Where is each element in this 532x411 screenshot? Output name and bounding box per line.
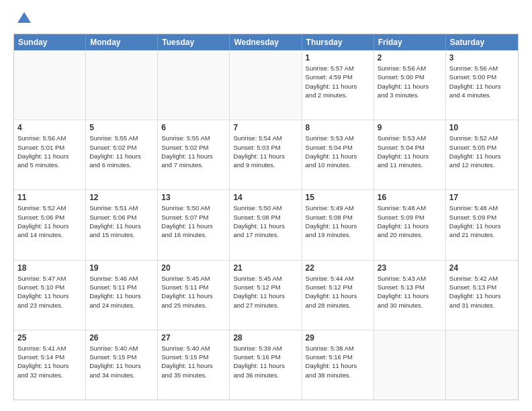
logo xyxy=(13,11,32,27)
day-number: 3 xyxy=(449,53,515,62)
calendar-cell xyxy=(158,50,230,120)
calendar-cell: 20Sunrise: 5:45 AM Sunset: 5:11 PM Dayli… xyxy=(158,261,230,330)
day-number: 13 xyxy=(161,193,226,202)
day-info: Sunrise: 5:39 AM Sunset: 5:16 PM Dayligh… xyxy=(233,344,298,379)
calendar-cell: 22Sunrise: 5:44 AM Sunset: 5:12 PM Dayli… xyxy=(302,261,374,330)
day-info: Sunrise: 5:55 AM Sunset: 5:02 PM Dayligh… xyxy=(89,134,154,169)
calendar: Sunday Monday Tuesday Wednesday Thursday… xyxy=(13,34,519,400)
calendar-cell: 5Sunrise: 5:55 AM Sunset: 5:02 PM Daylig… xyxy=(86,120,158,189)
header-tuesday: Tuesday xyxy=(158,34,230,50)
calendar-cell: 29Sunrise: 5:38 AM Sunset: 5:16 PM Dayli… xyxy=(302,330,374,400)
day-info: Sunrise: 5:45 AM Sunset: 5:12 PM Dayligh… xyxy=(233,274,298,310)
calendar-cell: 15Sunrise: 5:49 AM Sunset: 5:08 PM Dayli… xyxy=(302,190,374,259)
calendar-cell: 17Sunrise: 5:48 AM Sunset: 5:09 PM Dayli… xyxy=(446,190,518,259)
calendar-cell: 24Sunrise: 5:42 AM Sunset: 5:13 PM Dayli… xyxy=(446,261,518,330)
calendar-cell: 10Sunrise: 5:52 AM Sunset: 5:05 PM Dayli… xyxy=(446,120,518,189)
calendar-cell: 16Sunrise: 5:48 AM Sunset: 5:09 PM Dayli… xyxy=(374,190,446,259)
day-info: Sunrise: 5:54 AM Sunset: 5:03 PM Dayligh… xyxy=(233,134,298,169)
day-info: Sunrise: 5:53 AM Sunset: 5:04 PM Dayligh… xyxy=(378,134,442,169)
day-info: Sunrise: 5:46 AM Sunset: 5:11 PM Dayligh… xyxy=(89,274,154,310)
day-info: Sunrise: 5:50 AM Sunset: 5:08 PM Dayligh… xyxy=(233,203,298,239)
calendar-row-2: 4Sunrise: 5:56 AM Sunset: 5:01 PM Daylig… xyxy=(14,120,518,189)
day-info: Sunrise: 5:38 AM Sunset: 5:16 PM Dayligh… xyxy=(306,344,370,379)
header-saturday: Saturday xyxy=(446,34,518,50)
calendar-cell: 11Sunrise: 5:52 AM Sunset: 5:06 PM Dayli… xyxy=(14,190,86,259)
calendar-body: 1Sunrise: 5:57 AM Sunset: 4:59 PM Daylig… xyxy=(14,50,518,400)
day-number: 19 xyxy=(89,263,154,273)
day-number: 9 xyxy=(378,123,442,132)
day-info: Sunrise: 5:48 AM Sunset: 5:09 PM Dayligh… xyxy=(378,203,442,239)
day-number: 1 xyxy=(306,53,370,62)
day-info: Sunrise: 5:52 AM Sunset: 5:05 PM Dayligh… xyxy=(449,134,515,169)
day-info: Sunrise: 5:51 AM Sunset: 5:06 PM Dayligh… xyxy=(89,203,154,239)
day-number: 24 xyxy=(449,263,515,273)
day-info: Sunrise: 5:44 AM Sunset: 5:12 PM Dayligh… xyxy=(306,274,370,310)
day-number: 29 xyxy=(306,333,370,342)
calendar-cell: 18Sunrise: 5:47 AM Sunset: 5:10 PM Dayli… xyxy=(14,261,86,330)
day-number: 10 xyxy=(449,123,515,132)
day-number: 20 xyxy=(161,263,226,273)
calendar-cell: 9Sunrise: 5:53 AM Sunset: 5:04 PM Daylig… xyxy=(374,120,446,189)
day-number: 18 xyxy=(17,263,82,273)
header-friday: Friday xyxy=(374,34,446,50)
header-thursday: Thursday xyxy=(302,34,374,50)
day-info: Sunrise: 5:55 AM Sunset: 5:02 PM Dayligh… xyxy=(161,134,226,169)
calendar-cell: 12Sunrise: 5:51 AM Sunset: 5:06 PM Dayli… xyxy=(86,190,158,259)
day-number: 8 xyxy=(306,123,370,132)
calendar-cell: 3Sunrise: 5:56 AM Sunset: 5:00 PM Daylig… xyxy=(446,50,518,120)
page: Sunday Monday Tuesday Wednesday Thursday… xyxy=(0,0,532,411)
header-sunday: Sunday xyxy=(14,34,86,50)
calendar-row-3: 11Sunrise: 5:52 AM Sunset: 5:06 PM Dayli… xyxy=(14,189,518,259)
day-number: 22 xyxy=(306,263,370,273)
day-info: Sunrise: 5:42 AM Sunset: 5:13 PM Dayligh… xyxy=(449,274,515,310)
calendar-cell: 8Sunrise: 5:53 AM Sunset: 5:04 PM Daylig… xyxy=(302,120,374,189)
day-number: 16 xyxy=(378,193,442,202)
calendar-row-4: 18Sunrise: 5:47 AM Sunset: 5:10 PM Dayli… xyxy=(14,260,518,330)
calendar-cell: 21Sunrise: 5:45 AM Sunset: 5:12 PM Dayli… xyxy=(230,261,302,330)
day-number: 12 xyxy=(89,193,154,202)
day-info: Sunrise: 5:48 AM Sunset: 5:09 PM Dayligh… xyxy=(449,203,515,239)
calendar-cell xyxy=(14,50,86,120)
calendar-cell: 25Sunrise: 5:41 AM Sunset: 5:14 PM Dayli… xyxy=(14,330,86,400)
calendar-cell: 14Sunrise: 5:50 AM Sunset: 5:08 PM Dayli… xyxy=(230,190,302,259)
calendar-cell xyxy=(86,50,158,120)
calendar-cell: 28Sunrise: 5:39 AM Sunset: 5:16 PM Dayli… xyxy=(230,330,302,400)
day-number: 7 xyxy=(233,123,298,132)
day-info: Sunrise: 5:41 AM Sunset: 5:14 PM Dayligh… xyxy=(17,344,82,379)
calendar-cell xyxy=(230,50,302,120)
day-info: Sunrise: 5:56 AM Sunset: 5:00 PM Dayligh… xyxy=(449,64,515,99)
calendar-cell xyxy=(374,330,446,400)
day-info: Sunrise: 5:53 AM Sunset: 5:04 PM Dayligh… xyxy=(306,134,370,169)
day-info: Sunrise: 5:43 AM Sunset: 5:13 PM Dayligh… xyxy=(378,274,442,310)
calendar-header: Sunday Monday Tuesday Wednesday Thursday… xyxy=(14,34,518,50)
calendar-cell: 23Sunrise: 5:43 AM Sunset: 5:13 PM Dayli… xyxy=(374,261,446,330)
day-number: 25 xyxy=(17,333,82,342)
day-number: 21 xyxy=(233,263,298,273)
day-number: 5 xyxy=(89,123,154,132)
day-number: 23 xyxy=(378,263,442,273)
day-info: Sunrise: 5:56 AM Sunset: 5:01 PM Dayligh… xyxy=(17,134,82,169)
logo-icon xyxy=(16,11,32,27)
day-info: Sunrise: 5:52 AM Sunset: 5:06 PM Dayligh… xyxy=(17,203,82,239)
calendar-cell: 2Sunrise: 5:56 AM Sunset: 5:00 PM Daylig… xyxy=(374,50,446,120)
header-wednesday: Wednesday xyxy=(230,34,302,50)
header-monday: Monday xyxy=(86,34,158,50)
day-info: Sunrise: 5:40 AM Sunset: 5:15 PM Dayligh… xyxy=(161,344,226,379)
day-number: 11 xyxy=(17,193,82,202)
calendar-cell: 27Sunrise: 5:40 AM Sunset: 5:15 PM Dayli… xyxy=(158,330,230,400)
day-number: 17 xyxy=(449,193,515,202)
day-number: 26 xyxy=(89,333,154,342)
calendar-cell: 19Sunrise: 5:46 AM Sunset: 5:11 PM Dayli… xyxy=(86,261,158,330)
day-info: Sunrise: 5:45 AM Sunset: 5:11 PM Dayligh… xyxy=(161,274,226,310)
day-number: 6 xyxy=(161,123,226,132)
svg-marker-0 xyxy=(17,12,31,23)
day-info: Sunrise: 5:47 AM Sunset: 5:10 PM Dayligh… xyxy=(17,274,82,310)
calendar-row-1: 1Sunrise: 5:57 AM Sunset: 4:59 PM Daylig… xyxy=(14,50,518,120)
calendar-cell: 26Sunrise: 5:40 AM Sunset: 5:15 PM Dayli… xyxy=(86,330,158,400)
day-number: 28 xyxy=(233,333,298,342)
calendar-row-5: 25Sunrise: 5:41 AM Sunset: 5:14 PM Dayli… xyxy=(14,330,518,400)
day-info: Sunrise: 5:40 AM Sunset: 5:15 PM Dayligh… xyxy=(89,344,154,379)
day-number: 2 xyxy=(378,53,442,62)
calendar-cell xyxy=(446,330,518,400)
day-info: Sunrise: 5:57 AM Sunset: 4:59 PM Dayligh… xyxy=(306,64,370,99)
